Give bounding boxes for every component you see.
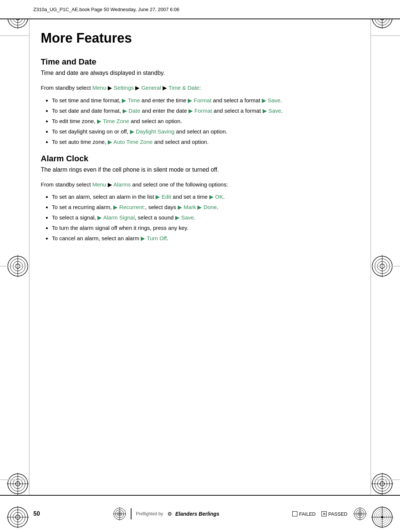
page-number: 50 (33, 510, 40, 517)
list-item: To edit time zone, ▶ Time Zone and selec… (52, 117, 359, 126)
menu-path-settings: Settings (114, 85, 134, 91)
passed-checkbox-item: ✕ PASSED (321, 511, 347, 517)
deco-line-top-left (0, 35, 29, 36)
footer-brand-area: Preflighted by ⚙ Elanders Berlings (113, 507, 219, 521)
time-and-date-intro: From standby select Menu ▶ Settings ▶ Ge… (41, 84, 359, 92)
footer-reg-mark-left (113, 507, 126, 521)
list-item: To turn the alarm signal off when it rin… (52, 224, 359, 232)
list-item: To set date and date format, ▶ Date and … (52, 106, 359, 115)
reg-mark-footer-right (371, 506, 393, 528)
list-item: To select a signal, ▶ Alarm Signal, sele… (52, 213, 359, 222)
list-item: To cancel an alarm, select an alarm ▶ Tu… (52, 234, 359, 243)
menu-item-save2: ▶ Save (263, 108, 281, 114)
menu-item-recurrent: ▶ Recurrent: (113, 204, 145, 210)
svg-point-61 (381, 516, 383, 518)
alarm-clock-title: Alarm Clock (41, 154, 359, 163)
passed-checkbox: ✕ (321, 511, 327, 516)
time-and-date-bullets: To set time and time format, ▶ Time and … (52, 96, 359, 146)
menu-item-format1: ▶ Format (188, 97, 211, 103)
menu-item-alarm-signal: ▶ Alarm Signal (97, 214, 134, 221)
page-title: More Features (41, 30, 359, 46)
menu-item-save1: ▶ Save (262, 97, 280, 103)
deco-line-bot-right (371, 479, 400, 480)
deco-line-mid-left (0, 266, 29, 267)
section-time-and-date: Time and Date Time and date are always d… (41, 57, 359, 146)
passed-label: PASSED (328, 511, 347, 517)
time-and-date-subtitle: Time and date are always displayed in st… (41, 70, 359, 76)
top-bar-text: Z310a_UG_P1C_AE.book Page 50 Wednesday, … (33, 7, 179, 12)
menu-path-menu: Menu (92, 85, 106, 91)
side-line-left (29, 19, 30, 495)
brand-separator (131, 508, 131, 519)
menu-item-ok: ▶ OK (209, 194, 223, 200)
list-item: To set daylight saving on or off, ▶ Dayl… (52, 127, 359, 136)
deco-line-mid-right (371, 266, 400, 267)
reg-mark-bottom-right (371, 473, 393, 495)
alarm-alarms-item: Alarms (113, 181, 131, 188)
brand-icon: ⚙ (167, 511, 172, 517)
menu-path-time-date: Time & Date (169, 85, 199, 91)
menu-item-edit: ▶ Edit (156, 194, 171, 200)
time-and-date-title: Time and Date (41, 57, 359, 67)
failed-checkbox-item: FAILED (292, 511, 316, 517)
footer: 50 Preflighted by ⚙ Elanders Berlings FA… (0, 495, 400, 532)
failed-checkbox (292, 511, 297, 516)
section-alarm-clock: Alarm Clock The alarm rings even if the … (41, 154, 359, 243)
menu-item-auto-timezone: ▶ Auto Time Zone (108, 139, 153, 145)
menu-item-turn-off: ▶ Turn Off (141, 235, 167, 241)
failed-label: FAILED (299, 511, 316, 517)
menu-item-save3: ▶ Save (175, 214, 194, 221)
list-item: To set auto time zone, ▶ Auto Time Zone … (52, 138, 359, 146)
menu-item-daylight: ▶ Daylight Saving (130, 128, 174, 135)
menu-item-mark: ▶ Mark (178, 204, 196, 210)
preflighted-text: Preflighted by (136, 511, 163, 516)
list-item: To set a recurring alarm, ▶ Recurrent:, … (52, 203, 359, 212)
footer-reg-mark-right (353, 507, 367, 521)
brand-name: Elanders Berlings (175, 511, 219, 517)
alarm-clock-bullets: To set an alarm, select an alarm in the … (52, 192, 359, 243)
menu-item-date: ▶ Date (123, 108, 140, 114)
deco-line-bot-left (0, 479, 29, 480)
footer-checkboxes: FAILED ✕ PASSED (292, 507, 367, 521)
list-item: To set an alarm, select an alarm in the … (52, 192, 359, 201)
main-content: More Features Time and Date Time and dat… (33, 19, 367, 495)
reg-mark-footer-left (7, 506, 29, 528)
top-bar: Z310a_UG_P1C_AE.book Page 50 Wednesday, … (0, 0, 400, 19)
reg-mark-bottom-left (7, 473, 29, 495)
menu-item-timezone: ▶ Time Zone (97, 118, 129, 124)
alarm-clock-subtitle: The alarm rings even if the cell phone i… (41, 166, 359, 173)
list-item: To set time and time format, ▶ Time and … (52, 96, 359, 105)
deco-line-top-right (371, 35, 400, 36)
alarm-clock-intro: From standby select Menu ▶ Alarms and se… (41, 181, 359, 189)
menu-item-done: ▶ Done (197, 204, 217, 210)
menu-item-format2: ▶ Format (189, 108, 212, 114)
menu-item-time: ▶ Time (122, 97, 140, 103)
alarm-menu-item: Menu (92, 181, 106, 188)
side-line-right (370, 19, 371, 495)
menu-path-general: General (141, 85, 161, 91)
